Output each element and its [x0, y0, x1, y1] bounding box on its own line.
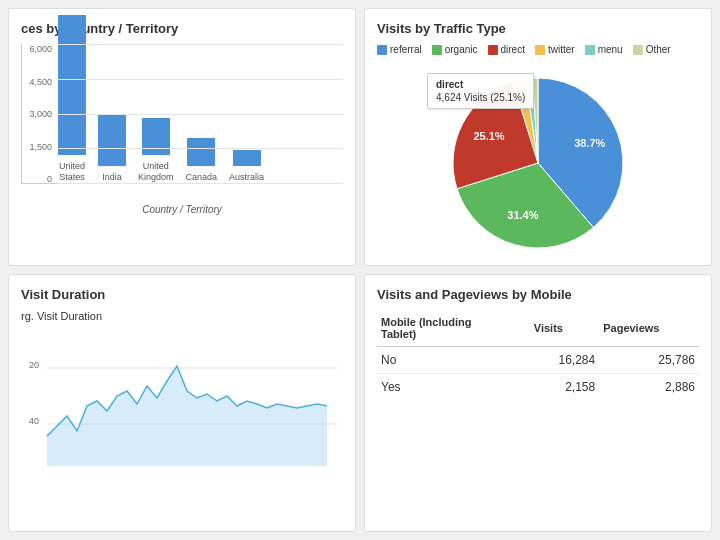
legend-label: direct: [501, 44, 525, 55]
pie-svg: 38.7%31.4%25.1%: [438, 63, 638, 263]
bars-container: UnitedStatesIndiaUnitedKingdomCanadaAust…: [58, 43, 343, 183]
table-cell: 25,786: [599, 347, 699, 374]
line-chart-area: 2040: [21, 326, 343, 466]
legend-color: [432, 45, 442, 55]
legend-label: organic: [445, 44, 478, 55]
table-cell: Yes: [377, 374, 530, 401]
legend-item: Other: [633, 44, 671, 55]
dashboard: ces by Country / Territory 0 1,500 3,000…: [0, 0, 720, 540]
pie-legend: referralorganicdirecttwittermenuOther: [377, 44, 699, 55]
bar-label: UnitedKingdom: [138, 161, 174, 183]
mobile-table: Mobile (IncludingTablet) Visits Pageview…: [377, 310, 699, 400]
pie-chart-card: Visits by Traffic Type referralorganicdi…: [364, 8, 712, 266]
pie-area: 38.7%31.4%25.1% direct 4,624 Visits (25.…: [377, 63, 699, 263]
table-cell: 2,886: [599, 374, 699, 401]
legend-label: referral: [390, 44, 422, 55]
table-row: No16,28425,786: [377, 347, 699, 374]
mobile-table-title: Visits and Pageviews by Mobile: [377, 287, 699, 302]
pie-label: 31.4%: [507, 209, 538, 221]
bar-group: India: [98, 115, 126, 183]
x-axis-title: Country / Territory: [21, 204, 343, 215]
table-header-row: Mobile (IncludingTablet) Visits Pageview…: [377, 310, 699, 347]
bar: [98, 115, 126, 166]
y-axis-labels: 0 1,500 3,000 4,500 6,000: [22, 44, 56, 184]
table-cell: 16,284: [530, 347, 599, 374]
legend-label: menu: [598, 44, 623, 55]
col-header-pageviews: Pageviews: [599, 310, 699, 347]
bar-label: Canada: [186, 172, 218, 183]
bar-group: Australia: [229, 150, 264, 183]
legend-label: Other: [646, 44, 671, 55]
bar: [58, 15, 86, 155]
legend-item: referral: [377, 44, 422, 55]
legend-item: menu: [585, 44, 623, 55]
bar-chart-area: 0 1,500 3,000 4,500 6,000 UnitedStatesIn…: [21, 44, 343, 184]
line-y-label: 20: [29, 360, 39, 370]
table-row: Yes2,1582,886: [377, 374, 699, 401]
mobile-table-card: Visits and Pageviews by Mobile Mobile (I…: [364, 274, 712, 532]
bar-label: India: [102, 172, 122, 183]
col-header-device: Mobile (IncludingTablet): [377, 310, 530, 347]
line-chart-card: Visit Duration rg. Visit Duration 2040: [8, 274, 356, 532]
bar-group: UnitedStates: [58, 15, 86, 183]
legend-label: twitter: [548, 44, 575, 55]
legend-item: twitter: [535, 44, 575, 55]
gridline: [58, 183, 343, 184]
pie-label: 25.1%: [473, 130, 504, 142]
line-y-label: 40: [29, 416, 39, 426]
line-svg: 2040: [21, 326, 343, 466]
bar-label: Australia: [229, 172, 264, 183]
table-cell: 2,158: [530, 374, 599, 401]
col-header-visits: Visits: [530, 310, 599, 347]
legend-color: [535, 45, 545, 55]
bar-group: Canada: [186, 138, 218, 183]
bar: [142, 118, 170, 155]
legend-item: organic: [432, 44, 478, 55]
table-cell: No: [377, 347, 530, 374]
legend-color: [488, 45, 498, 55]
line-chart-title: Visit Duration: [21, 287, 343, 302]
bar: [233, 150, 261, 166]
legend-color: [585, 45, 595, 55]
legend-item: direct: [488, 44, 525, 55]
legend-color: [633, 45, 643, 55]
bar: [187, 138, 215, 166]
legend-color: [377, 45, 387, 55]
bar-label: UnitedStates: [59, 161, 85, 183]
pie-chart-title: Visits by Traffic Type: [377, 21, 699, 36]
bar-group: UnitedKingdom: [138, 118, 174, 183]
bar-chart-card: ces by Country / Territory 0 1,500 3,000…: [8, 8, 356, 266]
line-area: [47, 366, 327, 466]
pie-label: 38.7%: [574, 137, 605, 149]
line-chart-subtitle: rg. Visit Duration: [21, 310, 343, 322]
